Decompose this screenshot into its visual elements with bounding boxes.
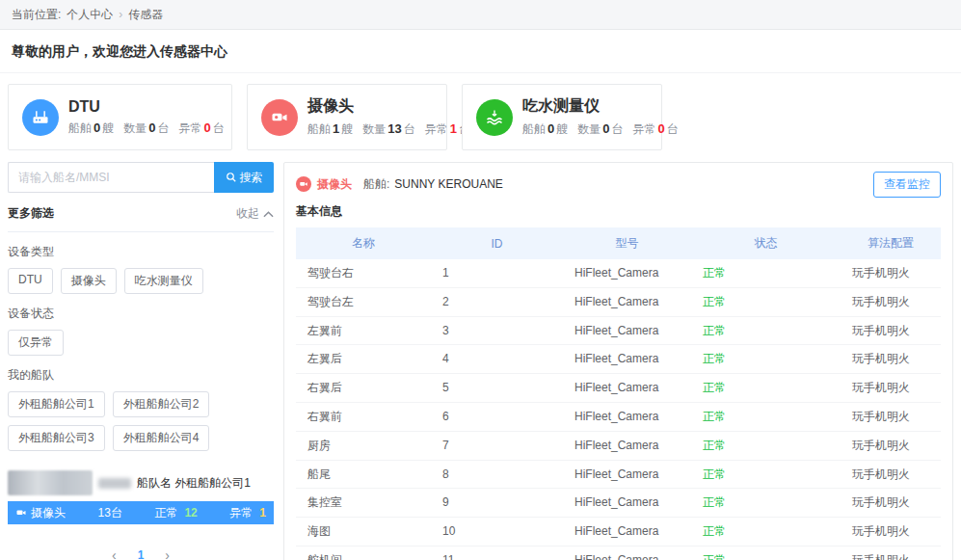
collapse-filters-link[interactable]: 收起 bbox=[236, 205, 274, 222]
stat-card-camera-title: 摄像头 bbox=[307, 96, 470, 117]
table-header-row: 名称 ID 型号 状态 算法配置 bbox=[296, 227, 941, 259]
id-cell: 8 bbox=[431, 461, 563, 490]
name-cell: 海图 bbox=[296, 518, 431, 547]
page-number[interactable]: 1 bbox=[138, 548, 145, 560]
status-text: 正常 bbox=[691, 259, 841, 288]
chip-status-abnormal-only[interactable]: 仅异常 bbox=[8, 330, 64, 356]
name-cell: 左翼后 bbox=[296, 345, 431, 374]
model-cell: HiFleet_Camera bbox=[563, 345, 691, 374]
algo-cell: 玩手机明火 bbox=[841, 259, 941, 288]
summary-abnormal: 异常1 bbox=[229, 505, 266, 521]
chip-device-type-draft[interactable]: 吃水测量仪 bbox=[124, 268, 203, 294]
table-row: 海图 10 HiFleet_Camera 正常 玩手机明火 bbox=[296, 518, 941, 547]
id-cell: 5 bbox=[431, 374, 563, 403]
col-header-id: ID bbox=[431, 229, 563, 258]
status-text: 正常 bbox=[691, 461, 841, 490]
name-cell: 驾驶台左 bbox=[296, 288, 431, 317]
filter-sidebar: 搜索 更多筛选 收起 设备类型 DTU 摄像头 吃水测量仪 设备状态 仅异常 我… bbox=[8, 162, 274, 560]
name-cell: 驾驶台右 bbox=[296, 259, 431, 288]
chip-device-type-dtu[interactable]: DTU bbox=[8, 268, 53, 294]
stat-card-camera-body: 摄像头 船舶1艘 数量13台 异常1台 bbox=[307, 96, 470, 138]
ship-camera-summary-bar[interactable]: 摄像头 13台 正常12 异常1 bbox=[8, 501, 274, 524]
algo-cell: 玩手机明火 bbox=[841, 518, 941, 547]
id-cell: 11 bbox=[431, 547, 563, 560]
table-row: 集控室 9 HiFleet_Camera 正常 玩手机明火 bbox=[296, 489, 941, 518]
status-text: 正常 bbox=[691, 317, 841, 346]
model-cell: HiFleet_Camera bbox=[563, 374, 691, 403]
chip-fleet-3[interactable]: 外租船舶公司3 bbox=[8, 425, 105, 451]
search-button[interactable]: 搜索 bbox=[214, 162, 274, 193]
algo-cell: 玩手机明火 bbox=[841, 461, 941, 490]
ship-photo-blurred bbox=[8, 470, 93, 495]
camera-icon bbox=[15, 507, 27, 519]
breadcrumb-prefix: 当前位置: bbox=[12, 7, 61, 23]
chip-device-type-camera[interactable]: 摄像头 bbox=[61, 268, 117, 294]
breadcrumb-separator-icon: › bbox=[119, 8, 122, 21]
ship-list-item[interactable]: 船队名 外租船舶公司1 bbox=[8, 470, 274, 495]
draft-gauge-icon bbox=[476, 99, 513, 136]
algo-cell: 玩手机明火 bbox=[841, 432, 941, 461]
stat-count: 数量0台 bbox=[577, 121, 623, 138]
ship-name-blurred bbox=[98, 478, 131, 489]
stat-card-dtu-title: DTU bbox=[68, 98, 225, 116]
algo-cell: 玩手机明火 bbox=[841, 374, 941, 403]
name-cell: 舵机间 bbox=[296, 547, 431, 560]
model-cell: HiFleet_Camera bbox=[563, 432, 691, 461]
stat-card-dtu[interactable]: DTU 船舶0艘 数量0台 异常0台 bbox=[8, 84, 232, 150]
prev-page-button[interactable]: ‹ bbox=[112, 547, 117, 560]
chip-fleet-2[interactable]: 外租船舶公司2 bbox=[113, 391, 210, 417]
algo-cell: 玩手机明火 bbox=[841, 345, 941, 374]
stat-ships: 船舶0艘 bbox=[522, 121, 568, 138]
filter-header: 更多筛选 收起 bbox=[8, 193, 274, 232]
id-cell: 6 bbox=[431, 403, 563, 432]
stat-card-draft-gauge[interactable]: 吃水测量仪 船舶0艘 数量0台 异常0台 bbox=[462, 84, 662, 150]
id-cell: 1 bbox=[431, 259, 563, 288]
stat-count: 数量0台 bbox=[123, 120, 169, 137]
fleet-name-label: 船队名 外租船舶公司1 bbox=[137, 475, 251, 492]
search-input[interactable] bbox=[8, 162, 214, 193]
col-header-model: 型号 bbox=[563, 227, 691, 259]
ship-name: SUNNY KEROUANE bbox=[394, 177, 502, 191]
chevron-up-icon bbox=[263, 210, 274, 218]
stat-card-camera[interactable]: 摄像头 船舶1艘 数量13台 异常1台 bbox=[247, 84, 447, 150]
device-type-title: 摄像头 bbox=[317, 176, 352, 193]
id-cell: 7 bbox=[431, 432, 563, 461]
view-monitoring-button[interactable]: 查看监控 bbox=[873, 172, 941, 198]
name-cell: 集控室 bbox=[296, 489, 431, 518]
summary-normal: 正常12 bbox=[154, 505, 197, 521]
model-cell: HiFleet_Camera bbox=[563, 461, 691, 490]
algo-cell: 玩手机明火 bbox=[841, 547, 941, 560]
chip-fleet-4[interactable]: 外租船舶公司4 bbox=[113, 425, 210, 451]
summary-count: 13台 bbox=[98, 505, 122, 521]
model-cell: HiFleet_Camera bbox=[563, 288, 691, 317]
breadcrumb: 当前位置: 个人中心 › 传感器 bbox=[0, 0, 961, 30]
fleet-options: 外租船舶公司1 外租船舶公司2 外租船舶公司3 外租船舶公司4 bbox=[8, 391, 274, 451]
table-row: 驾驶台右 1 HiFleet_Camera 正常 玩手机明火 bbox=[296, 259, 941, 288]
model-cell: HiFleet_Camera bbox=[563, 403, 691, 432]
stat-card-draft-body: 吃水测量仪 船舶0艘 数量0台 异常0台 bbox=[522, 96, 679, 138]
name-cell: 左翼前 bbox=[296, 317, 431, 346]
table-row: 驾驶台左 2 HiFleet_Camera 正常 玩手机明火 bbox=[296, 288, 941, 317]
chip-fleet-1[interactable]: 外租船舶公司1 bbox=[8, 391, 105, 417]
next-page-button[interactable]: › bbox=[165, 547, 170, 560]
id-cell: 2 bbox=[431, 288, 563, 317]
status-text: 正常 bbox=[691, 288, 841, 317]
status-text: 正常 bbox=[691, 432, 841, 461]
stat-cards-row: DTU 船舶0艘 数量0台 异常0台 摄像头 船舶1艘 数量13台 异常1台 吃… bbox=[0, 73, 961, 162]
stat-ships: 船舶0艘 bbox=[68, 120, 114, 137]
device-status-label: 设备状态 bbox=[8, 306, 274, 322]
algo-cell: 玩手机明火 bbox=[841, 317, 941, 346]
breadcrumb-link-personal-center[interactable]: 个人中心 bbox=[67, 7, 113, 23]
stat-abnormal: 异常0台 bbox=[632, 121, 678, 138]
panel-header: 摄像头 船舶: SUNNY KEROUANE 查看监控 bbox=[296, 171, 941, 198]
pagination: ‹ 1 › bbox=[8, 547, 274, 560]
stat-card-draft-metrics: 船舶0艘 数量0台 异常0台 bbox=[522, 121, 679, 138]
algo-cell: 玩手机明火 bbox=[841, 489, 941, 518]
breadcrumb-current-sensor: 传感器 bbox=[128, 7, 163, 23]
basic-info-title: 基本信息 bbox=[296, 203, 941, 220]
model-cell: HiFleet_Camera bbox=[563, 547, 691, 560]
device-status-options: 仅异常 bbox=[8, 330, 274, 356]
model-cell: HiFleet_Camera bbox=[563, 518, 691, 547]
name-cell: 厨房 bbox=[296, 432, 431, 461]
stat-abnormal: 异常0台 bbox=[178, 120, 224, 137]
